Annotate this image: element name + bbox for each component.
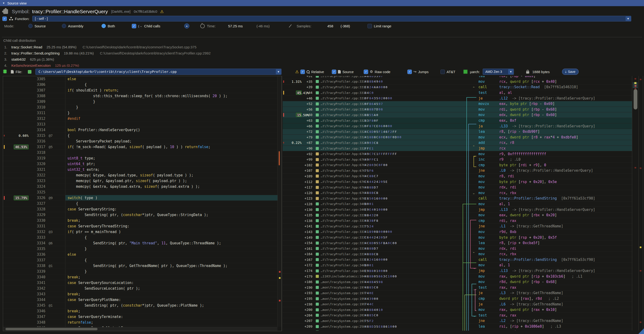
asm-row[interactable]: +154…t\TracyProfiler.cpp:33344C8D055FBA0… <box>283 240 632 246</box>
source-line[interactable]: 3312#endif <box>3 116 282 122</box>
asm-row[interactable]: +39…t\TracyProfiler.cpp:3317E824AA0000ca… <box>283 84 632 90</box>
asm-row[interactable]: +143…t\TracyProfiler.cpp:333441B90B00000… <box>283 229 632 235</box>
source-line[interactable]: 3320 uint64_t ptr; <box>3 161 282 167</box>
asm-row[interactable]: +46…t\TracyProfiler.cpp:33170F8435020000… <box>283 96 632 101</box>
child-call-item[interactable]: 2.tracy::Profiler::SendLongString19.88 m… <box>0 50 644 56</box>
asm-row[interactable]: +193…mon\TracySystem.cpp:197740Eje.L3 ->… <box>283 290 632 296</box>
source-line[interactable]: 3334@6 SendString( ptr, "Main thread", 1… <box>3 240 282 246</box>
source-line[interactable]: 3338@1 SendString( ptr, GetThreadName( p… <box>3 263 282 269</box>
function-combo[interactable]: [ - self - ] ▼ <box>32 16 631 21</box>
asm-row[interactable]: +56…t\TracyProfiler.cpp:3326488B7D98movr… <box>283 107 632 113</box>
save-button[interactable]: ⤓Save <box>562 68 578 75</box>
uarch-combo[interactable]: AMD Zen 3▼ <box>483 68 514 75</box>
source-line[interactable]: 3321 uint32_t extra; <box>3 167 282 172</box>
pane-divider[interactable] <box>282 76 282 331</box>
asm-row[interactable]: +209…mon\TracySystem.cpp:258488D35E88610… <box>283 324 632 330</box>
source-line[interactable]: 3342 SendSourceLocation( ptr ); <box>3 286 282 291</box>
asm-row[interactable]: +135…t\TracyProfiler.cpp:33328B4320movea… <box>283 212 632 218</box>
source-line[interactable]: 3335 } <box>3 246 282 252</box>
child-calls-checkbox[interactable]: ✓(→Child calls <box>132 23 160 29</box>
asm-row[interactable]: +198…mon\TracySystem.cpp:199744Cje.L6 ->… <box>283 302 632 307</box>
source-line[interactable]: 0.66%3315@7{ <box>3 133 282 139</box>
asm-row[interactable]: 45.41%+44…t\TracyProfiler.cpp:331784C0te… <box>283 90 632 96</box>
source-line[interactable]: 3308 std::this_thread::sleep_for( std::c… <box>3 93 282 99</box>
asm-row[interactable]: +167…t\TracyProfiler.cpp:3334E824160000c… <box>283 257 632 263</box>
asm-row[interactable]: +164…t\TracyProfiler.cpp:3334488BCBmovrc… <box>283 251 632 257</box>
raw-code-checkbox[interactable]: ✓⚙Raw code <box>364 68 390 75</box>
asm-row[interactable]: +66…t\TracyProfiler.cpp:33260F87CE060000… <box>283 123 632 129</box>
source-line[interactable]: 3337 { <box>3 257 282 263</box>
asm-row[interactable]: +172…t\TracyProfiler.cpp:3401B001moval, … <box>283 263 632 268</box>
source-line[interactable]: 3329 SendString( ptr, (const char*)ptr, … <box>3 212 282 218</box>
relative-checkbox[interactable]: ✓Relative <box>300 68 324 75</box>
assembly-scrollbar-thumb[interactable] <box>634 89 638 109</box>
asm-row[interactable]: +123…t\TracyProfiler.hpp:676E850160000ca… <box>283 196 632 201</box>
source-line[interactable]: 3325 <box>3 189 282 195</box>
source-line[interactable]: 3322 memcpy( &type, &payload.type, sizeo… <box>3 172 282 178</box>
source-line[interactable]: 46.93%3317@5 if( !m_sock->Read( &payload… <box>3 144 282 150</box>
source-line[interactable]: 3347 case ServerQueryTerminate: <box>3 314 282 320</box>
asm-row[interactable]: +130…t\TracyProfiler.cpp:3401E9E4010000j… <box>283 207 632 212</box>
asm-row[interactable]: +63…t\TracyProfiler.cpp:332683F80Fcmpeax… <box>283 118 632 124</box>
child-call-item[interactable]: 3.stat64i32625 µs (1.36%) <box>0 56 644 62</box>
source-line[interactable]: 3345@1 SendString( ptr, (const char*)ptr… <box>3 303 282 308</box>
file-path-combo[interactable]: C:\Users\wolf\Desktop\darkrl\contrib\tra… <box>36 69 282 75</box>
source-line[interactable]: 3309 } <box>3 99 282 105</box>
source-line[interactable]: 3332@3 if( ptr == m_mainThread ) <box>3 229 282 235</box>
asm-row[interactable]: +112…t\TracyProfiler.hpp:676C64424205Emo… <box>283 179 632 185</box>
asm-row[interactable]: +204…mon\TracySystem.cpp:2034885C0testra… <box>283 313 632 319</box>
source-line[interactable]: 3331 case ServerQueryThreadString: <box>3 223 282 229</box>
child-call-item[interactable]: 4.KeSynchronizeExecution125 µs (0.27%) <box>0 62 644 67</box>
source-line[interactable]: 3318 <box>3 150 282 156</box>
asm-row[interactable]: +179…1103\include\atomic:1048488B05B63C1… <box>283 274 632 279</box>
source-line[interactable]: 3319 uint8_t type; <box>3 156 282 161</box>
asm-row[interactable]: +174…t\TracyProfiler.cpp:3401E9B8010000j… <box>283 268 632 274</box>
limit-range-checkbox[interactable]: ✓Limit range <box>368 23 391 29</box>
source-line[interactable]: 3313 <box>3 122 282 127</box>
asm-row[interactable]: +161…t\TracyProfiler.cpp:3334488BD7movrd… <box>283 246 632 251</box>
source-line[interactable]: 3311} <box>3 110 282 116</box>
source-checkbox[interactable]: ✓Source <box>332 68 354 75</box>
source-line[interactable]: 3344 case ServerQueryPlotName: <box>3 297 282 303</box>
asm-row[interactable]: +102…t\TracyProfiler.hpp:67642803C0F00cm… <box>283 163 632 168</box>
source-line[interactable]: 3316 ServerQueryPacket payload; <box>3 139 282 144</box>
asm-row[interactable]: +138…t\TracyProfiler.cpp:3332483BF8cmprd… <box>283 218 632 224</box>
source-line[interactable]: 3327 { <box>3 201 282 206</box>
asm-row[interactable]: +52…t\TracyProfiler.cpp:33260FB64597movz… <box>283 101 632 107</box>
asm-row[interactable]: 15.50%+60…t\TracyProfiler.cpp:33268B55A0… <box>283 112 632 118</box>
source-horizontal-scrollbar[interactable] <box>3 327 278 331</box>
source-line[interactable]: 3328 case ServerQueryString: <box>3 206 282 212</box>
source-vertical-scrollbar[interactable] <box>278 76 282 327</box>
source-line[interactable]: 3305 else <box>3 76 282 82</box>
chevron-down-icon[interactable]: ▼ <box>276 69 281 74</box>
source-line[interactable]: 3333 { <box>3 235 282 240</box>
collapse-icon[interactable]: ▼ <box>2 2 5 4</box>
asm-row[interactable]: +90…t\TracyProfiler.cpp:3326FFE1jmprcx <box>283 146 632 152</box>
asm-row[interactable]: +31…t\TracyProfiler.cpp:3317488D5597lear… <box>283 76 632 79</box>
asm-row[interactable]: +141…t\TracyProfiler.cpp:33327524jne.L1 … <box>283 224 632 229</box>
asm-row[interactable]: +200…mon\TracySystem.cpp:203488B4010movr… <box>283 307 632 313</box>
asm-row[interactable]: +149…t\TracyProfiler.cpp:3334C64424205Fm… <box>283 235 632 240</box>
function-checkbox[interactable]: ✓ <box>2 16 7 21</box>
source-line[interactable]: 3307 if( shouldExit ) return; <box>3 88 282 93</box>
source-line[interactable]: 3310 } <box>3 105 282 110</box>
source-line[interactable]: 3330 break; <box>3 218 282 223</box>
source-line[interactable]: 3336 else <box>3 252 282 257</box>
source-line[interactable]: 3350 QueueCallstackFrame( ptr ); <box>3 331 282 331</box>
asm-row[interactable]: +216…mon\TracySystem.cpp:258488BCEmovrcx… <box>283 329 632 331</box>
chevron-down-icon[interactable]: ▼ <box>626 16 631 21</box>
source-line[interactable]: 3346 break; <box>3 308 282 314</box>
asm-row[interactable]: 1.31%+35…t\TracyProfiler.cpp:3317488B494… <box>283 79 632 85</box>
source-line[interactable]: 3306 { <box>3 82 282 88</box>
asm-row[interactable]: +186…mon\TracySystem.cpp:197448B4598movr… <box>283 279 632 285</box>
source-line[interactable]: 3343 break; <box>3 291 282 297</box>
asm-row[interactable]: +72…t\TracyProfiler.cpp:33264C8D05F146F2… <box>283 129 632 135</box>
radio-both[interactable]: Both <box>102 23 115 29</box>
source-line[interactable]: 3339 } <box>3 269 282 274</box>
source-line[interactable]: 3348 return false; <box>3 320 282 325</box>
asm-row[interactable]: +107…t\TracyProfiler.hpp:67675F6jne.L0 -… <box>283 168 632 173</box>
radio-assembly[interactable]: Assembly <box>62 23 83 29</box>
asm-row[interactable]: +190…mon\TracySystem.cpp:1974885C0testra… <box>283 285 632 291</box>
asm-row[interactable]: +109…t\TracyProfiler.hpp:6764C8BC7movr8,… <box>283 173 632 179</box>
att-checkbox[interactable]: ✓AT&T <box>440 68 455 75</box>
